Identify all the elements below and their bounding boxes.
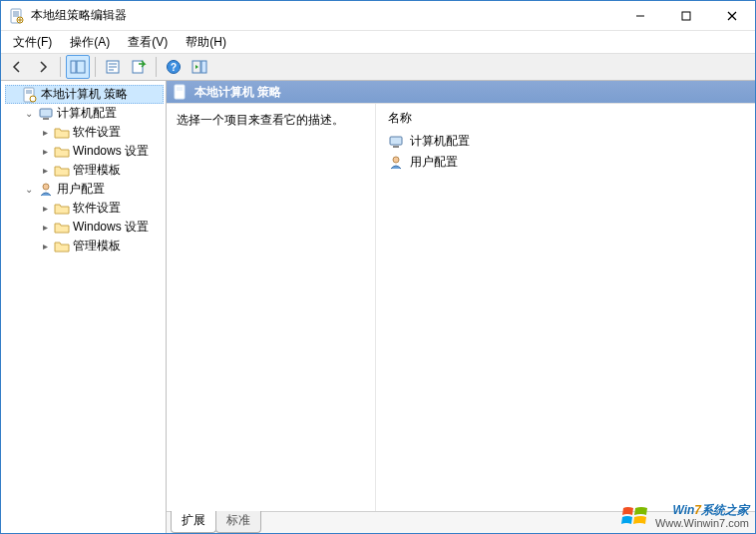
folder-icon — [54, 125, 70, 141]
svg-rect-19 — [201, 61, 206, 73]
toolbar-separator — [156, 57, 157, 77]
expander-icon[interactable]: ▸ — [39, 222, 51, 234]
forward-button[interactable] — [31, 55, 55, 79]
tree-label: 软件设置 — [73, 124, 121, 141]
menu-view[interactable]: 查看(V) — [120, 32, 176, 53]
svg-rect-6 — [682, 12, 690, 20]
description-prompt: 选择一个项目来查看它的描述。 — [177, 112, 365, 129]
svg-rect-15 — [133, 61, 143, 73]
minimize-button[interactable] — [617, 1, 663, 31]
expander-icon[interactable]: ▸ — [39, 146, 51, 158]
list-item-label: 计算机配置 — [410, 133, 470, 150]
tree-label: 计算机配置 — [57, 105, 117, 122]
tree-computer-config[interactable]: ⌄ 计算机配置 — [21, 104, 164, 123]
tree-label: Windows 设置 — [73, 219, 149, 236]
toolbar: ? — [1, 53, 755, 81]
column-header-name[interactable]: 名称 — [384, 108, 747, 131]
properties-button[interactable] — [101, 55, 125, 79]
folder-icon — [54, 220, 70, 236]
svg-point-32 — [393, 157, 399, 163]
expander-icon[interactable]: ▸ — [39, 203, 51, 215]
action-pane-button[interactable] — [188, 55, 211, 79]
tree-root[interactable]: ▸ 本地计算机 策略 — [5, 85, 164, 104]
menubar: 文件(F) 操作(A) 查看(V) 帮助(H) — [1, 31, 755, 53]
list-item-computer-config[interactable]: 计算机配置 — [384, 131, 747, 152]
toolbar-separator — [95, 57, 96, 77]
tree-label: 软件设置 — [73, 200, 121, 217]
content-header: 本地计算机 策略 — [167, 81, 755, 103]
export-button[interactable] — [127, 55, 151, 79]
svg-rect-25 — [43, 118, 49, 120]
expander-icon[interactable]: ▸ — [39, 241, 51, 253]
tree-user-config[interactable]: ⌄ 用户配置 — [21, 180, 164, 199]
content-body: 选择一个项目来查看它的描述。 名称 计算机配置 用户配置 — [167, 103, 755, 511]
tree-pane: ▸ 本地计算机 策略 ⌄ 计算机配置 — [1, 81, 167, 533]
list-item-label: 用户配置 — [410, 154, 458, 171]
list-column: 名称 计算机配置 用户配置 — [376, 104, 755, 511]
svg-point-23 — [30, 96, 36, 102]
help-button[interactable]: ? — [162, 55, 186, 79]
svg-rect-9 — [71, 61, 76, 73]
tree-software-settings[interactable]: ▸ 软件设置 — [37, 199, 164, 218]
tree-admin-templates[interactable]: ▸ 管理模板 — [37, 161, 164, 180]
tree-label: 管理模板 — [73, 238, 121, 255]
tree-windows-settings[interactable]: ▸ Windows 设置 — [37, 218, 164, 237]
svg-rect-31 — [393, 146, 399, 148]
folder-icon — [54, 239, 70, 255]
app-icon — [9, 8, 25, 24]
folder-icon — [54, 201, 70, 217]
folder-icon — [54, 163, 70, 179]
tab-standard[interactable]: 标准 — [215, 511, 261, 533]
tree-label: Windows 设置 — [73, 143, 149, 160]
user-icon — [38, 182, 54, 198]
menu-action[interactable]: 操作(A) — [62, 32, 118, 53]
menu-file[interactable]: 文件(F) — [5, 32, 60, 53]
svg-rect-24 — [40, 109, 52, 117]
svg-text:?: ? — [171, 62, 177, 73]
tree-software-settings[interactable]: ▸ 软件设置 — [37, 123, 164, 142]
svg-rect-30 — [390, 137, 402, 145]
tree-label: 用户配置 — [57, 181, 105, 198]
description-column: 选择一个项目来查看它的描述。 — [167, 104, 376, 511]
expander-icon[interactable]: ⌄ — [23, 184, 35, 196]
svg-rect-27 — [175, 85, 185, 99]
back-button[interactable] — [5, 55, 29, 79]
svg-point-26 — [43, 184, 49, 190]
tree-admin-templates[interactable]: ▸ 管理模板 — [37, 237, 164, 256]
policy-icon — [22, 87, 38, 103]
tree-label: 管理模板 — [73, 162, 121, 179]
titlebar: 本地组策略编辑器 — [1, 1, 755, 31]
maximize-button[interactable] — [663, 1, 709, 31]
computer-icon — [388, 134, 404, 150]
toolbar-separator — [60, 57, 61, 77]
tab-extended[interactable]: 扩展 — [171, 511, 216, 533]
svg-rect-10 — [77, 61, 85, 73]
bottom-tabs: 扩展 标准 Win7系统之家 Www.Winwin7.com — [167, 511, 755, 533]
expander-icon[interactable]: ⌄ — [23, 108, 35, 120]
list-item-user-config[interactable]: 用户配置 — [384, 152, 747, 173]
tree-label: 本地计算机 策略 — [41, 86, 128, 103]
folder-icon — [54, 144, 70, 160]
content-header-title: 本地计算机 策略 — [194, 84, 281, 101]
window-title: 本地组策略编辑器 — [31, 7, 127, 24]
expander-icon[interactable]: ▸ — [39, 127, 51, 139]
workspace: ▸ 本地计算机 策略 ⌄ 计算机配置 — [1, 81, 755, 533]
computer-icon — [38, 106, 54, 122]
tree-windows-settings[interactable]: ▸ Windows 设置 — [37, 142, 164, 161]
user-icon — [388, 155, 404, 171]
menu-help[interactable]: 帮助(H) — [178, 32, 234, 53]
close-button[interactable] — [709, 1, 755, 31]
watermark-url: Www.Winwin7.com — [655, 517, 749, 529]
policy-icon — [173, 84, 189, 100]
expander-icon[interactable]: ▸ — [39, 165, 51, 177]
show-tree-button[interactable] — [66, 55, 90, 79]
content-pane: 本地计算机 策略 选择一个项目来查看它的描述。 名称 计算机配置 用户配 — [167, 81, 755, 533]
